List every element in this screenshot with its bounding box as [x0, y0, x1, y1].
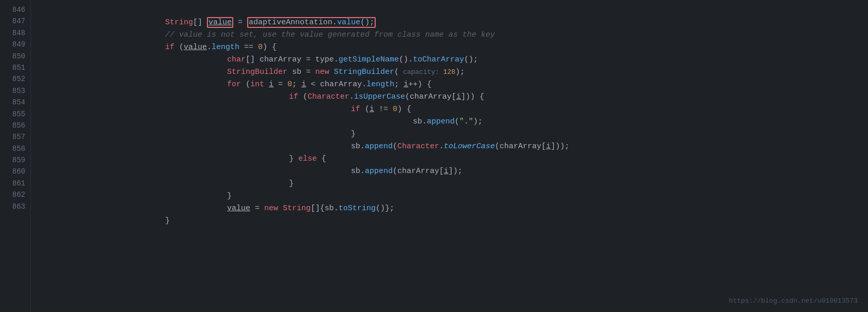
line-num-849: 849 — [5, 39, 25, 50]
code-line-853: if (Character.isUpperCase(charArray[i]))… — [41, 91, 858, 103]
line-num-846: 846 — [5, 4, 25, 15]
line-num-861: 861 — [5, 178, 25, 189]
code-line-862: value = new String[]{sb.toString()}; — [41, 202, 858, 215]
line-num-855: 855 — [5, 108, 25, 120]
line-num-854: 854 — [5, 97, 25, 108]
line-num-858: 858 — [5, 143, 25, 154]
line-num-848: 848 — [5, 27, 25, 39]
code-line-860: } — [41, 178, 858, 190]
code-line-857: sb.append(Character.toLowerCase(charArra… — [41, 141, 858, 153]
line-num-850: 850 — [5, 51, 25, 62]
code-line-850: char[] charArray = type.getSimpleName().… — [41, 54, 858, 66]
code-editor: 846 847 848 849 850 851 852 853 854 855 … — [0, 0, 868, 312]
code-line-854: if (i != 0) { — [41, 103, 858, 116]
code-line-846 — [41, 4, 858, 17]
line-num-851: 851 — [5, 62, 25, 73]
line-num-860: 860 — [5, 166, 25, 177]
line-num-859: 859 — [5, 154, 25, 166]
line-num-862: 862 — [5, 189, 25, 200]
line-num-863: 863 — [5, 201, 25, 212]
code-line-855: sb.append("."); — [41, 116, 858, 128]
code-content: String[] value = adaptiveAnnotation.valu… — [31, 0, 868, 312]
code-line-852: for (int i = 0; i < charArray.length; i+… — [41, 79, 858, 91]
line-num-853: 853 — [5, 85, 25, 97]
code-line-847: String[] value = adaptiveAnnotation.valu… — [41, 17, 858, 29]
line-num-847: 847 — [5, 15, 25, 27]
line-num-857: 857 — [5, 131, 25, 143]
code-line-863: } — [41, 215, 858, 227]
line-num-852: 852 — [5, 73, 25, 85]
watermark: https://blog.csdn.net/u010013573 — [729, 296, 858, 307]
code-line-861: } — [41, 190, 858, 202]
line-num-856: 856 — [5, 120, 25, 131]
code-line-849: if (value.length == 0) { — [41, 41, 858, 54]
code-line-859: sb.append(charArray[i]); — [41, 165, 858, 178]
code-line-856: } — [41, 128, 858, 141]
code-line-851: StringBuilder sb = new StringBuilder( ca… — [41, 66, 858, 79]
line-numbers: 846 847 848 849 850 851 852 853 854 855 … — [0, 0, 31, 312]
code-line-848: // value is not set, use the value gener… — [41, 29, 858, 41]
code-line-858: } else { — [41, 153, 858, 165]
